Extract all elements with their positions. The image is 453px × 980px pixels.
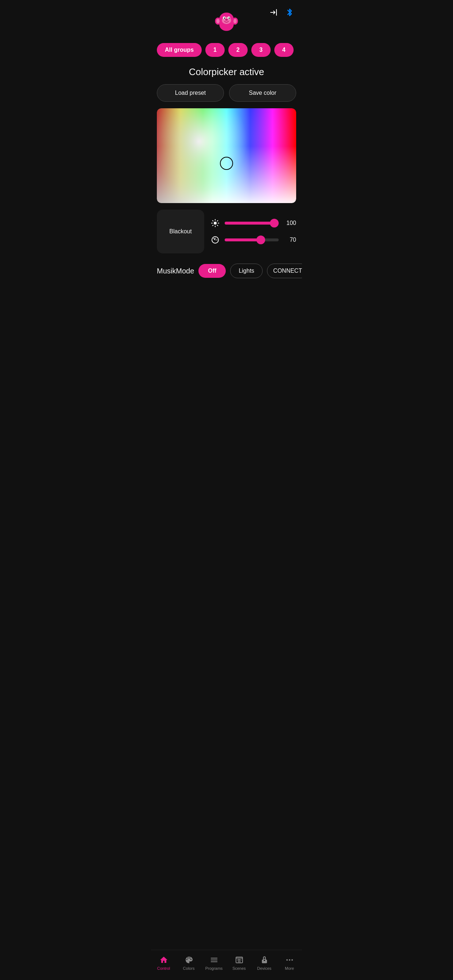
nav-item-more[interactable]: More [277,953,302,973]
musik-lights-button[interactable]: Lights [230,264,263,278]
svg-point-17 [289,959,290,961]
speed-icon [210,235,220,245]
svg-point-4 [233,19,237,24]
header-actions [268,7,295,18]
color-picker[interactable] [157,108,296,203]
speed-value: 70 [283,237,296,243]
nav-label-control: Control [157,966,170,970]
colorpicker-title: Colorpicker active [151,63,302,84]
colors-icon [184,955,194,965]
svg-point-2 [216,19,220,24]
control-icon [159,955,169,965]
svg-point-12 [214,222,217,224]
svg-point-16 [286,959,288,961]
bluetooth-icon[interactable] [284,7,295,18]
svg-point-11 [225,19,228,21]
musik-connect-button[interactable]: CONNECT [267,264,302,278]
save-color-button[interactable]: Save color [229,84,296,102]
devices-icon [260,955,269,965]
nav-item-devices[interactable]: Devices [252,953,277,973]
group-btn-2[interactable]: 2 [228,43,248,57]
nav-label-more: More [285,966,294,970]
svg-point-18 [292,959,293,961]
speed-slider[interactable] [225,239,279,241]
group-btn-3[interactable]: 3 [251,43,271,57]
brightness-value: 100 [283,220,296,226]
brightness-slider[interactable] [225,222,279,224]
svg-point-10 [228,18,230,19]
nav-label-scenes: Scenes [232,966,246,970]
brightness-icon [210,218,220,228]
nav-item-programs[interactable]: Programs [201,953,226,973]
scenes-icon [234,955,244,965]
app-header [151,0,302,37]
svg-marker-15 [239,959,241,961]
brightness-slider-row: 100 [210,218,296,228]
app-logo [214,7,239,33]
musik-off-button[interactable]: Off [198,264,226,278]
bottom-nav: Control Colors Programs Scenes [151,950,302,980]
group-btn-4[interactable]: 4 [274,43,293,57]
login-icon[interactable] [268,7,279,18]
programs-icon [209,955,219,965]
group-btn-all[interactable]: All groups [157,43,202,57]
action-buttons: Load preset Save color [151,84,302,108]
nav-item-colors[interactable]: Colors [176,953,201,973]
load-preset-button[interactable]: Load preset [157,84,224,102]
nav-label-programs: Programs [205,966,223,970]
nav-item-scenes[interactable]: Scenes [226,953,252,973]
musik-mode-label: MusikMode [157,267,194,275]
groups-row: All groups 1 2 3 4 [151,37,302,63]
musik-mode-bar: MusikMode Off Lights CONNECT [151,257,302,284]
speed-slider-row: 70 [210,235,296,245]
group-btn-1[interactable]: 1 [205,43,225,57]
more-icon [285,955,294,965]
nav-item-control[interactable]: Control [151,953,176,973]
blackout-controls: Blackout 100 7 [151,203,302,257]
sliders-container: 100 70 [210,210,296,253]
nav-label-devices: Devices [257,966,271,970]
blackout-button[interactable]: Blackout [157,210,204,253]
svg-point-9 [224,18,225,19]
nav-label-colors: Colors [183,966,195,970]
